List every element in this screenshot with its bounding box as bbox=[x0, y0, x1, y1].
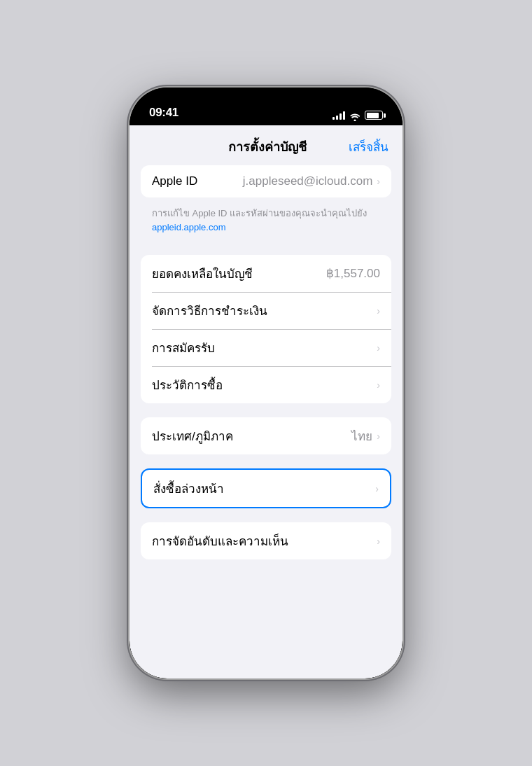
preorder-right: › bbox=[374, 483, 379, 494]
preorder-label: สั่งซื้อล่วงหน้า bbox=[153, 479, 224, 498]
nav-bar: การตั้งค่าบัญชี เสร็จสิ้น bbox=[130, 125, 402, 165]
chevron-icon: › bbox=[377, 536, 380, 547]
chevron-icon: › bbox=[377, 305, 380, 316]
subscription-row[interactable]: การสมัครรับ › bbox=[141, 329, 391, 366]
ratings-card: การจัดอันดับและความเห็น › bbox=[141, 522, 391, 559]
ratings-row[interactable]: การจัดอันดับและความเห็น › bbox=[141, 522, 391, 559]
country-card: ประเทศ/ภูมิภาค ไทย › bbox=[141, 417, 391, 454]
done-button[interactable]: เสร็จสิ้น bbox=[349, 137, 388, 156]
apple-id-link[interactable]: appleid.apple.com bbox=[152, 221, 380, 234]
chevron-icon: › bbox=[377, 176, 380, 187]
purchase-history-right: › bbox=[375, 379, 380, 391]
preorder-row[interactable]: สั่งซื้อล่วงหน้า › bbox=[142, 470, 390, 507]
phone-device: 09:41 bbox=[130, 88, 402, 678]
balance-right: ฿1,557.00 bbox=[326, 266, 380, 281]
wifi-icon bbox=[349, 111, 360, 120]
chevron-icon: › bbox=[377, 342, 380, 354]
screen: 09:41 bbox=[130, 88, 402, 678]
country-value: ไทย bbox=[351, 426, 372, 445]
status-bar: 09:41 bbox=[130, 88, 402, 125]
subscription-right: › bbox=[375, 342, 380, 354]
country-section: ประเทศ/ภูมิภาค ไทย › bbox=[141, 417, 391, 454]
status-icons bbox=[332, 111, 383, 120]
purchase-history-label: ประวัติการซื้อ bbox=[152, 375, 223, 394]
country-label: ประเทศ/ภูมิภาค bbox=[152, 426, 233, 445]
balance-row: ยอดคงเหลือในบัญชี ฿1,557.00 bbox=[141, 255, 391, 292]
ratings-section: การจัดอันดับและความเห็น › bbox=[141, 522, 391, 559]
apple-id-section: Apple ID j.appleseed@icloud.com › การแก้… bbox=[141, 165, 391, 241]
apple-id-hint: การแก้ไข Apple ID และรหัสผ่านของคุณจะนำค… bbox=[141, 203, 391, 241]
page-title: การตั้งค่าบัญชี bbox=[186, 137, 349, 157]
chevron-icon: › bbox=[375, 483, 379, 494]
account-section: ยอดคงเหลือในบัญชี ฿1,557.00 จัดการวิธีกา… bbox=[141, 255, 391, 403]
account-card: ยอดคงเหลือในบัญชี ฿1,557.00 จัดการวิธีกา… bbox=[141, 255, 391, 403]
payment-label: จัดการวิธีการชำระเงิน bbox=[152, 301, 267, 320]
purchase-history-row[interactable]: ประวัติการซื้อ › bbox=[141, 366, 391, 403]
status-time: 09:41 bbox=[149, 106, 178, 120]
balance-value: ฿1,557.00 bbox=[326, 266, 380, 281]
payment-right: › bbox=[375, 305, 380, 316]
apple-id-label: Apple ID bbox=[152, 174, 197, 188]
content-area: การตั้งค่าบัญชี เสร็จสิ้น Apple ID j.app… bbox=[130, 125, 402, 678]
apple-id-row[interactable]: Apple ID j.appleseed@icloud.com › bbox=[141, 165, 391, 197]
apple-id-card: Apple ID j.appleseed@icloud.com › bbox=[141, 165, 391, 197]
subscription-label: การสมัครรับ bbox=[152, 338, 215, 357]
balance-label: ยอดคงเหลือในบัญชี bbox=[152, 264, 253, 283]
preorder-section: สั่งซื้อล่วงหน้า › bbox=[141, 468, 391, 508]
country-right: ไทย › bbox=[351, 426, 380, 445]
chevron-icon: › bbox=[377, 379, 380, 391]
country-row[interactable]: ประเทศ/ภูมิภาค ไทย › bbox=[141, 417, 391, 454]
ratings-right: › bbox=[375, 536, 380, 547]
ratings-label: การจัดอันดับและความเห็น bbox=[152, 531, 288, 550]
dynamic-island bbox=[224, 96, 308, 120]
battery-icon bbox=[365, 111, 383, 120]
signal-icon bbox=[332, 111, 345, 120]
payment-row[interactable]: จัดการวิธีการชำระเงิน › bbox=[141, 292, 391, 329]
apple-id-email: j.appleseed@icloud.com › bbox=[243, 174, 380, 188]
main-content: Apple ID j.appleseed@icloud.com › การแก้… bbox=[130, 165, 402, 676]
chevron-icon: › bbox=[377, 431, 380, 442]
